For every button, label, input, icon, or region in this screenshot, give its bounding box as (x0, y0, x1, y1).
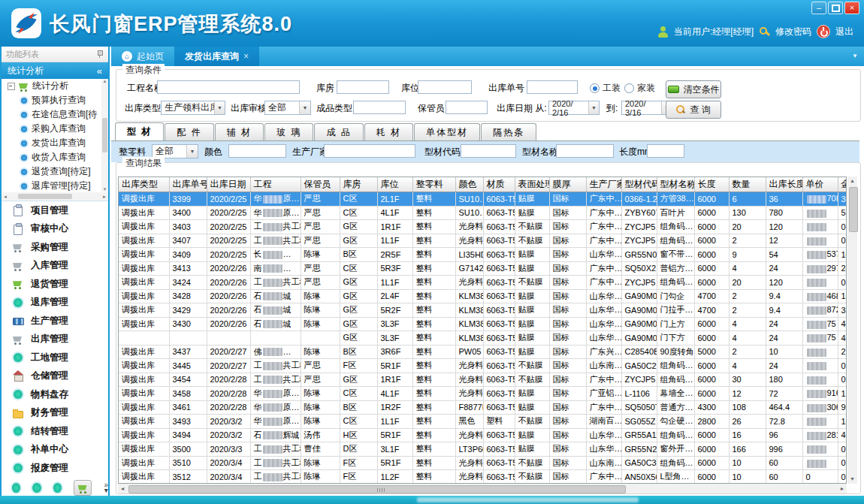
sidebar-item-退货管理[interactable]: 退货管理 (2, 275, 108, 294)
table-row[interactable]: 调拨出库34132020/2/26南…严思C区5R3F整料G714226063-… (119, 261, 847, 276)
date-to-picker[interactable]: 2020/ 3/16▼ (621, 101, 672, 115)
material-tab-成品[interactable]: 成 品 (314, 123, 363, 140)
maximize-button[interactable] (828, 2, 843, 14)
sidebar-item-入库管理[interactable]: 入库管理 (2, 257, 108, 276)
material-tab-耗材[interactable]: 耗 材 (364, 123, 413, 140)
sidebar-item-退库管理[interactable]: 退库管理 (2, 294, 108, 312)
column-header-表面处理[interactable]: 表面处理 (515, 177, 549, 192)
scroll-thumb[interactable] (849, 187, 858, 232)
column-header-库位[interactable]: 库位 (377, 177, 412, 192)
close-button[interactable]: × (844, 2, 859, 14)
radio-jiazhuang[interactable]: 家装 (624, 82, 655, 95)
sidebar-item-结转管理[interactable]: 结转管理 (2, 422, 108, 441)
column-header-数量[interactable]: 数量 (729, 177, 766, 192)
material-tab-隔热条[interactable]: 隔热条 (481, 123, 536, 140)
sidebar-item-补单中心[interactable]: 补单中心 (2, 441, 108, 460)
grid-vertical-scrollbar[interactable]: ▲ ▼ (847, 177, 857, 484)
tree-item[interactable]: 退货查询[待定] (2, 164, 108, 179)
column-header-保管员[interactable]: 保管员 (301, 177, 340, 192)
tree-item[interactable]: 在途信息查询[待 (2, 107, 108, 122)
profile-name-input[interactable] (556, 144, 614, 158)
tree-horizontal-scrollbar[interactable]: ◄ ► (2, 192, 108, 201)
location-input[interactable] (418, 80, 472, 94)
tab-list-dropdown-icon[interactable]: ▼ (852, 53, 858, 59)
sidebar-item-生产管理[interactable]: 生产管理 (2, 312, 108, 330)
change-password-link[interactable]: 修改密码 (775, 26, 811, 38)
table-row[interactable]: 调拨出库34002020/2/25华原…严思C区4L1F整料SU10…6063-… (119, 206, 847, 220)
scroll-left-icon[interactable]: ◄ (2, 195, 9, 199)
sidebar-item-审核中心[interactable]: 审核中心 (2, 220, 108, 239)
sidebar-item-项目管理[interactable]: 项目管理 (2, 201, 108, 220)
table-row[interactable]: 调拨出库34932020/3/2华原…陈琳C区1L1F整料黑色塑料不贴膜国标湖南… (119, 415, 847, 429)
scroll-down-icon[interactable]: ▼ (103, 187, 107, 192)
table-row[interactable]: 调拨出库34072020/2/25工共工程严思G区1L1F整料光身料6063-T… (119, 234, 847, 248)
material-tab-玻璃[interactable]: 玻 璃 (264, 123, 313, 140)
module-shortcut-icon[interactable] (53, 483, 62, 493)
sidebar-item-财务管理[interactable]: 财务管理 (2, 404, 108, 423)
tree-item[interactable]: 预算执行查询 (2, 93, 108, 107)
column-header-生产厂家[interactable]: 生产厂家 (586, 177, 621, 192)
table-row[interactable]: 调拨出库34582020/2/28华原…陈琳C区4L1F整料光身料6063-T5… (119, 387, 847, 401)
scroll-thumb[interactable] (128, 485, 626, 493)
tree-item[interactable]: 发货出库查询 (2, 136, 108, 150)
color-input[interactable] (228, 144, 286, 158)
scroll-up-icon[interactable]: ▲ (850, 177, 855, 186)
out-type-select[interactable]: 生产领料出库▼ (161, 101, 225, 115)
table-row[interactable]: 调拨出库34542020/2/28工共工程严思G区1R1F整料光身料6063-T… (119, 373, 847, 387)
table-row[interactable]: 调拨出库34032020/2/25工共工程严思G区1R1F整料光身料6063-T… (119, 220, 847, 234)
collapse-icon[interactable]: « (97, 65, 102, 77)
material-tab-配件[interactable]: 配 件 (165, 123, 213, 140)
module-shortcut-icon[interactable] (32, 483, 41, 493)
product-type-input[interactable] (353, 101, 406, 114)
search-button[interactable]: 查 询 (666, 101, 721, 119)
table-row[interactable]: 调拨出库34092020/2/25长…陈琳B区2R5F整料LI35HD6063-… (119, 248, 847, 262)
table-row[interactable]: 调拨出库35102020/3/4工共工程陈琳F区5R1F整料光身料6063-T5… (119, 456, 847, 470)
column-header-整零料[interactable]: 整零料 (412, 177, 455, 192)
tree-item[interactable]: 收货入库查询 (2, 150, 108, 164)
column-header-工程[interactable]: 工程 (250, 177, 301, 192)
table-row[interactable]: G区3L3F整料KLM38176063-T5贴膜国标山东华…GA90M09.门下… (119, 331, 847, 346)
logout-link[interactable]: 退出 (835, 26, 853, 38)
manufacturer-input[interactable] (324, 144, 415, 158)
column-header-材质[interactable]: 材质 (483, 177, 515, 192)
table-row[interactable]: 调拨出库34242020/2/26工共工程严思G区1L1F整料光身料6063-T… (119, 276, 847, 290)
column-header-出库类型[interactable]: 出库类型 (119, 177, 169, 192)
clear-conditions-button[interactable]: 清空条件 (666, 80, 721, 98)
scroll-up-icon[interactable]: ▲ (103, 79, 107, 83)
table-row[interactable]: 调拨出库34612020/2/28华原…陈琳B区1R2F整料F8877FT606… (119, 400, 847, 415)
table-row[interactable]: 调拨出库35002020/3/3工共工程曹佳D区3L1F整料LT3P606063… (119, 442, 847, 457)
sidebar-item-报废管理[interactable]: 报废管理 (2, 459, 108, 478)
tree-item[interactable]: 采购入库查询 (2, 122, 108, 136)
column-header-膜厚[interactable]: 膜厚 (549, 177, 586, 192)
column-header-长度[interactable]: 长度 (694, 177, 729, 192)
column-header-单价[interactable]: 单价 (802, 177, 838, 192)
radio-gongzhuang[interactable]: 工装 (590, 82, 621, 95)
project-name-input[interactable] (157, 80, 300, 94)
column-header-出库单号[interactable]: 出库单号 (169, 177, 207, 192)
tab-close-icon[interactable]: × (243, 51, 249, 62)
order-no-input[interactable] (527, 80, 578, 94)
sidebar-section-statistics[interactable]: 统计分析 « (2, 62, 108, 79)
scroll-right-icon[interactable]: ► (838, 486, 847, 491)
module-shortcut-icon[interactable] (12, 483, 20, 493)
sidebar-item-采购管理[interactable]: 采购管理 (2, 238, 108, 257)
column-header-出库长度[interactable]: 出库长度 (766, 177, 802, 192)
table-row[interactable]: 调拨出库34452020/2/27工共工程严思F区5R1F整料光身料6063-T… (119, 359, 847, 373)
tab-shipment-outbound-query[interactable]: 发货出库查询 × (174, 47, 259, 66)
sidebar-item-出库管理[interactable]: 出库管理 (2, 330, 108, 349)
minimize-button[interactable]: – (811, 2, 826, 14)
length-input[interactable] (647, 144, 684, 158)
column-header-型材名称[interactable]: 型材名称 (657, 177, 694, 192)
tree-expander-icon[interactable] (8, 83, 15, 90)
grid-horizontal-scrollbar[interactable]: ◄ ► (118, 484, 847, 493)
column-header-库房[interactable]: 库房 (340, 177, 377, 192)
keeper-input[interactable] (446, 101, 488, 114)
table-row[interactable]: 调拨出库34372020/2/27佛…陈琳B区3R6F整料PW056063-T5… (119, 345, 847, 359)
warehouse-input[interactable] (337, 80, 389, 94)
material-tab-辅材[interactable]: 辅 材 (215, 123, 264, 140)
sidebar-item-仓储管理[interactable]: 仓储管理 (2, 367, 108, 386)
sidebar-item-物料盘存[interactable]: 物料盘存 (2, 385, 108, 404)
cart-module-button[interactable] (74, 480, 92, 496)
profile-code-input[interactable] (461, 144, 516, 158)
scroll-left-icon[interactable]: ◄ (118, 486, 127, 491)
